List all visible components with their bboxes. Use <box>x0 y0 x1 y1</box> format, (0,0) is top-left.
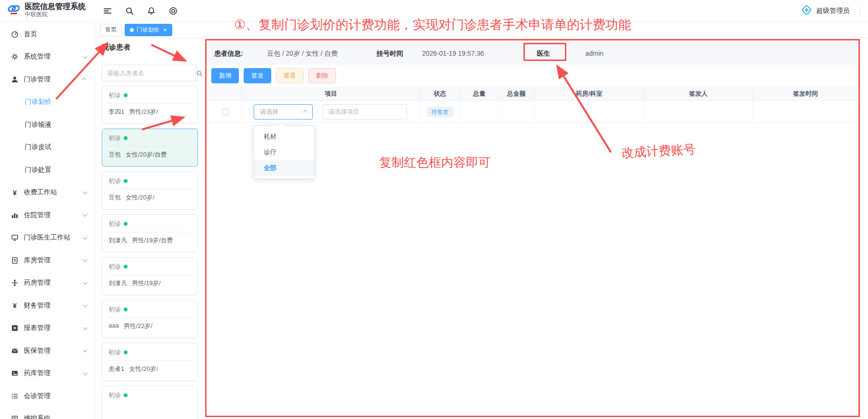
patient-card[interactable]: 初诊 aaa男性/22岁/ <box>102 300 198 338</box>
sidebar-item-label: 药房管理 <box>24 279 83 287</box>
patient-name: 刘潇凡 <box>108 236 127 245</box>
chevron-down-icon <box>83 54 88 59</box>
sidebar-item-outpatient-pricing[interactable]: 门诊划价 <box>0 91 95 114</box>
sidebar-subitem-label: 门诊皮试 <box>25 143 86 151</box>
tabbar: 首页 门诊划价 × <box>95 22 868 38</box>
tab-outpatient-pricing[interactable]: 门诊划价 × <box>125 24 172 36</box>
app-logo-icon <box>7 2 21 18</box>
sidebar-item-label: 财务管理 <box>24 301 83 310</box>
sidebar-item-pharmacy-mgmt[interactable]: 药房管理 <box>0 272 95 295</box>
sidebar-item-charging-station[interactable]: ¥ 收费工作站 <box>0 181 95 204</box>
category-select[interactable]: 请选择 <box>254 104 313 120</box>
topbar: 医院信息管理系统 中联医院 超级管理员 <box>0 0 868 22</box>
status-dot-icon <box>124 350 128 354</box>
sidebar-subitem-label: 门诊处置 <box>25 166 86 174</box>
card-divider <box>108 189 191 190</box>
sidebar-item-label: 库房管理 <box>24 256 83 265</box>
item-search-input[interactable] <box>322 104 407 120</box>
search-icon[interactable] <box>125 6 134 16</box>
sidebar-item-report-mgmt[interactable]: 报表管理 <box>0 317 95 340</box>
sidebar-item-drugstore-mgmt[interactable]: 药库管理 <box>0 362 95 385</box>
visit-type-label: 初诊 <box>108 134 121 142</box>
patient-meta: 女性/20岁/ <box>129 365 158 373</box>
cell-total-amount <box>499 101 534 122</box>
chevron-down-icon <box>83 235 88 239</box>
sidebar-subitem-label: 门诊划价 <box>25 98 86 106</box>
tab-home[interactable]: 首页 <box>100 24 122 36</box>
search-icon[interactable] <box>196 65 203 81</box>
patient-card[interactable]: 初诊 刘潇凡男性/19岁/ <box>102 257 198 295</box>
register-time-label: 挂号时间 <box>376 42 403 65</box>
cell-total-qty <box>460 101 499 122</box>
hospital-his-screen: 医院信息管理系统 中联医院 超级管理员 <box>0 0 868 419</box>
sidebar-item-label: 系统管理 <box>24 52 83 61</box>
patient-panel: 现诊患者 初诊 李四1男性/23岁/ 初诊 豆包女性/20岁/自费 初诊 豆包女… <box>95 38 205 419</box>
user-menu[interactable]: 超级管理员 <box>801 0 860 22</box>
row-checkbox[interactable] <box>222 109 228 115</box>
status-dot-icon <box>124 136 128 140</box>
sidebar-item-outpatient-infusion[interactable]: 门诊输液 <box>0 113 95 136</box>
sidebar-item-outpatient-treatment[interactable]: 门诊处置 <box>0 159 95 181</box>
sidebar-item-warehouse-mgmt[interactable]: 库房管理 <box>0 249 95 272</box>
dropdown-option-treatment[interactable]: 诊疗 <box>254 144 314 160</box>
card-divider <box>108 146 191 147</box>
monitor-icon <box>10 233 19 242</box>
visit-type-label: 初诊 <box>108 348 121 357</box>
patient-card[interactable]: 初诊 患者1女性/20岁/ <box>102 343 198 381</box>
sidebar-item-outpatient-mgmt[interactable]: 门诊管理 <box>0 68 95 91</box>
sidebar-item-outpatient-skin-test[interactable]: 门诊皮试 <box>0 136 95 159</box>
chevron-down-icon <box>83 348 88 352</box>
patient-meta: 女性/20岁/ <box>126 193 155 202</box>
screenfull-icon[interactable] <box>168 6 178 16</box>
yen-icon: ¥ <box>10 301 19 310</box>
status-dot-icon <box>124 179 128 183</box>
patient-meta: 男性/22岁/ <box>124 322 153 330</box>
add-button[interactable]: 新增 <box>211 68 239 83</box>
active-dot-icon <box>130 28 134 32</box>
patient-card[interactable]: 初诊 李四1男性/23岁/ <box>102 86 198 124</box>
dropdown-option-all[interactable]: 全部 <box>254 160 314 176</box>
tab-label: 门诊划价 <box>137 26 159 34</box>
patient-meta: 男性/19岁/自费 <box>132 236 173 245</box>
delete-button[interactable]: 删除 <box>308 68 336 83</box>
chevron-down-icon <box>83 190 88 194</box>
notification-bell-icon[interactable] <box>147 6 156 16</box>
image-icon <box>10 369 19 378</box>
sidebar-item-system-mgmt[interactable]: 系统管理 <box>0 46 95 69</box>
dropdown-option-consumables[interactable]: 耗材 <box>254 129 314 144</box>
patient-card[interactable]: 初诊 <box>102 386 198 419</box>
col-issue-time: 签发时间 <box>753 87 858 100</box>
sidebar-item-maintenance[interactable]: 维护系统 <box>0 408 95 419</box>
sidebar-item-doctor-station[interactable]: 门诊医生工作站 <box>0 227 95 249</box>
col-pharmacy-dept: 药房/科室 <box>534 87 644 100</box>
card-divider <box>108 318 191 318</box>
sidebar-item-consultation-mgmt[interactable]: 会诊管理 <box>0 385 95 408</box>
sign-issue-button[interactable]: 签发 <box>244 68 271 83</box>
pharmacy-icon <box>10 279 19 287</box>
patient-meta: 女性/20岁/自费 <box>126 150 167 159</box>
cell-pharmacy-dept <box>534 101 644 122</box>
register-time-value: 2026-01-19 19:57:36 <box>422 42 484 65</box>
patient-card-selected[interactable]: 初诊 豆包女性/20岁/自费 <box>102 129 198 167</box>
sidebar-item-label: 报表管理 <box>24 324 83 332</box>
sidebar-item-home[interactable]: 首页 <box>0 23 95 46</box>
patient-card[interactable]: 初诊 刘潇凡男性/19岁/自费 <box>102 214 198 252</box>
table-header: 项目 状态 总量 总金额 药房/科室 签发人 签发时间 <box>208 87 858 101</box>
status-dot-icon <box>124 222 128 226</box>
patient-name: 豆包 <box>108 150 121 159</box>
doctor-label: 医生 <box>537 42 550 65</box>
patient-name: 豆包 <box>108 193 121 202</box>
sidebar-item-label: 住院管理 <box>24 211 83 219</box>
collapse-menu-icon[interactable] <box>103 6 112 16</box>
close-icon[interactable]: × <box>163 27 167 33</box>
visit-type-label: 初诊 <box>108 305 121 314</box>
sidebar-item-inpatient-mgmt[interactable]: 住院管理 <box>0 204 95 227</box>
patient-card[interactable]: 初诊 豆包女性/20岁/ <box>102 171 198 210</box>
sidebar-item-finance-mgmt[interactable]: ¥ 财务管理 <box>0 294 95 317</box>
sign-out-button[interactable]: 签退 <box>276 68 304 83</box>
patient-search-input[interactable] <box>102 70 196 77</box>
chevron-down-icon <box>83 325 88 330</box>
category-select-placeholder: 请选择 <box>260 108 304 116</box>
patient-panel-title: 现诊患者 <box>102 43 130 52</box>
sidebar-item-insurance-mgmt[interactable]: 医保管理 <box>0 339 95 362</box>
